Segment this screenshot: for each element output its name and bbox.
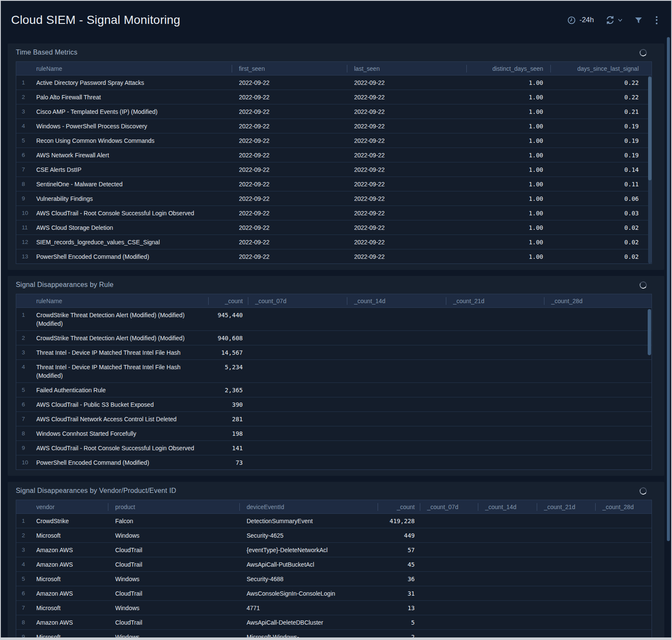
table-row[interactable]: 9Vulnerability Findings2022-09-222022-09… (16, 191, 652, 206)
refresh-control[interactable] (605, 15, 623, 25)
table-row[interactable]: 3Cisco AMP - Templated Events (IP) (Modi… (16, 104, 652, 119)
table-row[interactable]: 3Amazon AWSCloudTrail{eventType}-DeleteN… (16, 543, 652, 557)
column-header-deviceEventId[interactable]: deviceEventId (239, 500, 378, 514)
table-row[interactable]: 8SentinelOne - Malware Detected2022-09-2… (16, 177, 652, 191)
table-row[interactable]: 7AWS CloudTrail Network Access Control L… (16, 412, 652, 426)
table-row[interactable]: 8Amazon AWSCloudTrailAwsApiCall-DeleteDB… (16, 615, 652, 630)
cell-_count_21d (446, 455, 544, 469)
table-row[interactable]: 6AWS Network Firewall Alert2022-09-22202… (16, 148, 652, 162)
row-index: 8 (16, 426, 36, 441)
cell-vendor: Microsoft (36, 572, 108, 586)
column-header-vendor[interactable]: vendor (36, 500, 108, 514)
table-row[interactable]: 1CrowdStrike Threat Detection Alert (Mod… (16, 308, 652, 331)
table-row[interactable]: 5Failed Authentication Rule2,365 (16, 383, 652, 397)
cell-_count_21d (446, 331, 544, 345)
filter-icon[interactable] (634, 16, 643, 25)
column-header-idx[interactable] (16, 500, 36, 514)
table-row[interactable]: 8Windows Connhost Started Forcefully198 (16, 426, 652, 441)
column-header-_count_21d[interactable]: _count_21d (446, 294, 544, 308)
column-header-ruleName[interactable]: ruleName (36, 62, 232, 75)
cell-deviceEventId: AwsConsoleSignIn-ConsoleLogin (239, 586, 378, 601)
column-header-idx[interactable] (16, 294, 36, 308)
cell-distinct_days_seen: 1.00 (466, 133, 550, 148)
table-row[interactable]: 5Recon Using Common Windows Commands2022… (16, 133, 652, 148)
table-row[interactable]: 6Amazon AWSCloudTrailAwsConsoleSignIn-Co… (16, 586, 652, 601)
cell-_count: 940,608 (208, 331, 248, 345)
cell-last_seen: 2022-09-22 (347, 90, 466, 104)
cell-_count_14d (478, 572, 537, 586)
cell-ruleName: CrowdStrike Threat Detection Alert (Modi… (36, 308, 208, 331)
cell-_count: 45 (378, 557, 420, 572)
column-header-_count_14d[interactable]: _count_14d (347, 294, 446, 308)
column-header-_count[interactable]: _count (378, 500, 420, 514)
cell-ruleName: AWS CloudTrail Network Access Control Li… (36, 412, 208, 426)
more-menu-icon[interactable] (654, 14, 659, 26)
cell-ruleName: Threat Intel - Device IP Matched Threat … (36, 345, 208, 360)
column-header-ruleName[interactable]: ruleName (36, 294, 208, 308)
column-header-first_seen[interactable]: first_seen (232, 62, 347, 75)
column-header-last_seen[interactable]: last_seen (347, 62, 466, 75)
table-scrollbar-thumb[interactable] (648, 309, 651, 355)
table-row[interactable]: 2MicrosoftWindowsSecurity-4625449 (16, 528, 652, 543)
table-row[interactable]: 10PowerShell Encoded Command (Modified)7… (16, 455, 652, 469)
table-row[interactable]: 12SIEM_records_logreduce_values_CSE_Sign… (16, 235, 652, 249)
column-header-_count_07d[interactable]: _count_07d (420, 500, 478, 514)
cell-ruleName: SIEM_records_logreduce_values_CSE_Signal (36, 235, 232, 249)
cell-days_since_last_signal: 0.21 (550, 104, 652, 119)
table-row[interactable]: 3Threat Intel - Device IP Matched Threat… (16, 345, 652, 360)
column-header-_count_21d[interactable]: _count_21d (537, 500, 595, 514)
table-row[interactable]: 9AWS CloudTrail - Root Console Successfu… (16, 441, 652, 455)
table-row[interactable]: 4Windows - PowerShell Process Discovery2… (16, 119, 652, 133)
cell-_count_28d (595, 630, 652, 640)
column-header-_count_07d[interactable]: _count_07d (248, 294, 347, 308)
cell-ruleName: AWS Cloud Storage Deletion (36, 220, 232, 235)
table-row[interactable]: 6AWS CloudTrail - Public S3 Bucket Expos… (16, 397, 652, 412)
cell-ruleName: CSE Alerts DstIP (36, 162, 232, 177)
cell-days_since_last_signal: 0.02 (550, 235, 652, 249)
cell-_count_21d (446, 383, 544, 397)
table-row[interactable]: 4Amazon AWSCloudTrailAwsApiCall-PutBucke… (16, 557, 652, 572)
table-row[interactable]: 2CrowdStrike Threat Detection Alert (Mod… (16, 331, 652, 345)
table-row[interactable]: 7CSE Alerts DstIP2022-09-222022-09-221.0… (16, 162, 652, 177)
table-row[interactable]: 11AWS Cloud Storage Deletion2022-09-2220… (16, 220, 652, 235)
table-row[interactable]: 13PowerShell Encoded Command (Modified)2… (16, 249, 652, 264)
row-index: 7 (16, 412, 36, 426)
table-row[interactable]: 7MicrosoftWindows477113 (16, 601, 652, 615)
column-header-_count[interactable]: _count (208, 294, 248, 308)
cell-ruleName: CrowdStrike Threat Detection Alert (Modi… (36, 331, 208, 345)
row-index: 1 (16, 75, 36, 90)
column-header-_count_28d[interactable]: _count_28d (595, 500, 652, 514)
loading-spinner (639, 281, 648, 290)
table-row[interactable]: 9MicrosoftWindowsMicrosoft-Windows-2 (16, 630, 652, 640)
column-header-idx[interactable] (16, 62, 36, 75)
row-index: 8 (16, 177, 36, 191)
cell-_count_14d (347, 412, 446, 426)
column-header-distinct_days_seen[interactable]: distinct_days_seen (466, 62, 550, 75)
time-range-control[interactable]: -24h (567, 16, 594, 25)
page-scrollbar[interactable] (667, 37, 670, 541)
cell-_count_21d (446, 426, 544, 441)
table-scrollbar-thumb[interactable] (648, 77, 652, 180)
cell-days_since_last_signal: 0.11 (550, 177, 652, 191)
cell-_count_28d (544, 360, 652, 383)
cell-last_seen: 2022-09-22 (347, 177, 466, 191)
table-row[interactable]: 1CrowdStrikeFalconDetectionSummaryEvent4… (16, 514, 652, 528)
cell-_count_28d (595, 528, 652, 543)
table-scrollbar[interactable] (648, 76, 652, 264)
cell-_count: 198 (208, 426, 248, 441)
column-header-_count_14d[interactable]: _count_14d (478, 500, 537, 514)
cell-days_since_last_signal: 0.14 (550, 162, 652, 177)
table-row[interactable]: 10AWS CloudTrail - Root Console Successf… (16, 206, 652, 220)
column-header-_count_28d[interactable]: _count_28d (544, 294, 652, 308)
column-header-days_since_last_signal[interactable]: days_since_last_signal (550, 62, 652, 75)
cell-_count_28d (595, 557, 652, 572)
cell-product: CloudTrail (108, 557, 239, 572)
refresh-icon (605, 15, 615, 25)
cell-_count_14d (347, 360, 446, 383)
table-row[interactable]: 2Palo Alto Firewall Threat2022-09-222022… (16, 90, 652, 104)
table-row[interactable]: 1Active Directory Password Spray Attacks… (16, 75, 652, 90)
chevron-down-icon (617, 17, 623, 23)
table-row[interactable]: 5MicrosoftWindowsSecurity-468836 (16, 572, 652, 586)
column-header-product[interactable]: product (108, 500, 239, 514)
table-row[interactable]: 4Threat Intel - Device IP Matched Threat… (16, 360, 652, 383)
